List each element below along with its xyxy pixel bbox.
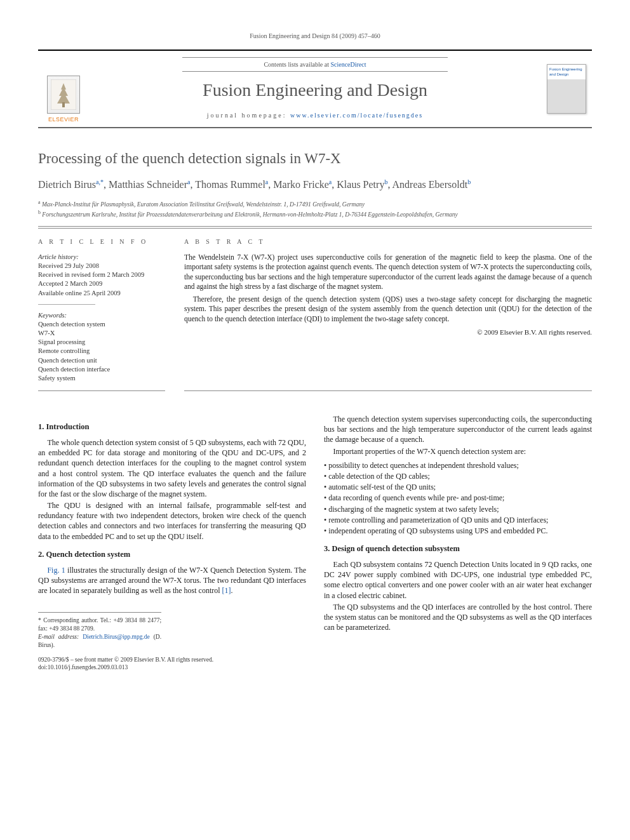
body-paragraph: The QD subsystems and the QD interfaces … bbox=[324, 602, 592, 633]
body-paragraph: The QDU is designed with an internal fai… bbox=[38, 500, 306, 542]
contents-prefix: Contents lists available at bbox=[264, 61, 330, 68]
list-item: remote controlling and parameterization … bbox=[331, 515, 592, 525]
body-paragraph: Each QD subsystem contains 72 Quench Det… bbox=[324, 559, 592, 601]
list-item: data recording of quench events while pr… bbox=[331, 493, 592, 503]
article-info-head: A R T I C L E I N F O bbox=[38, 237, 165, 246]
author-email-link[interactable]: Dietrich.Birus@ipp.mpg.de bbox=[83, 634, 150, 640]
article-history-label: Article history: bbox=[38, 253, 165, 262]
journal-cover-thumb: Fusion Engineering and Design bbox=[547, 64, 586, 114]
affiliation-text: Forschungszentrum Karlsruhe, Institut fü… bbox=[42, 212, 457, 218]
journal-masthead: ELSEVIER Contents lists available at Sci… bbox=[38, 50, 592, 129]
body-text: illustrates the structurally design of t… bbox=[38, 566, 306, 595]
corresponding-author-line: * Corresponding author. Tel.: +49 3834 8… bbox=[38, 617, 161, 633]
divider bbox=[38, 226, 592, 227]
keyword: Quench detection unit bbox=[38, 356, 165, 365]
history-received: Received 29 July 2008 bbox=[38, 262, 165, 270]
body-paragraph: The quench detection system supervises s… bbox=[324, 414, 592, 445]
divider bbox=[38, 304, 95, 305]
journal-title: Fusion Engineering and Design bbox=[94, 78, 536, 102]
section-heading-qds: 2. Quench detection system bbox=[38, 549, 306, 560]
abstract-paragraph: Therefore, the present design of the que… bbox=[184, 295, 592, 324]
history-accepted: Accepted 2 March 2009 bbox=[38, 279, 165, 288]
running-head: Fusion Engineering and Design 84 (2009) … bbox=[38, 32, 592, 41]
keyword: Quench detection system bbox=[38, 320, 165, 329]
figure-reference[interactable]: Fig. 1 bbox=[47, 566, 65, 575]
article-info-column: A R T I C L E I N F O Article history: R… bbox=[38, 237, 165, 391]
journal-homepage-link[interactable]: www.elsevier.com/locate/fusengdes bbox=[290, 112, 423, 119]
list-item: independent operating of QD subsystems u… bbox=[331, 526, 592, 536]
affiliation-a: a Max-Planck-Institut für Plasmaphysik, … bbox=[38, 199, 592, 210]
fine-print: 0920-3796/$ – see front matter © 2009 El… bbox=[38, 656, 306, 672]
abstract-paragraph: The Wendelstein 7-X (W7-X) project uses … bbox=[184, 253, 592, 292]
publisher-name: ELSEVIER bbox=[48, 116, 79, 123]
corresponding-author-footnote: * Corresponding author. Tel.: +49 3834 8… bbox=[38, 612, 161, 649]
keyword: Signal processing bbox=[38, 338, 165, 347]
properties-list: possibility to detect quenches at indepe… bbox=[324, 460, 592, 536]
publisher-logo-block: ELSEVIER bbox=[38, 51, 89, 128]
list-item: possibility to detect quenches at indepe… bbox=[331, 460, 592, 470]
section-heading-subsystem: 3. Design of quench detection subsystem bbox=[324, 543, 592, 554]
history-online: Available online 25 April 2009 bbox=[38, 289, 165, 298]
body-text: . bbox=[231, 586, 233, 595]
email-label: E-mail address: bbox=[38, 634, 83, 640]
keyword: W7-X bbox=[38, 329, 165, 338]
affiliations: a Max-Planck-Institut für Plasmaphysik, … bbox=[38, 199, 592, 220]
keyword: Remote controlling bbox=[38, 347, 165, 356]
svg-rect-1 bbox=[62, 102, 65, 107]
list-item: automatic self-test of the QD units; bbox=[331, 482, 592, 492]
citation-reference[interactable]: [1] bbox=[222, 586, 231, 595]
author-list: Dietrich Birusa,*, Matthias Schneidera, … bbox=[38, 177, 592, 192]
history-revised: Received in revised form 2 March 2009 bbox=[38, 270, 165, 279]
contents-available-line: Contents lists available at ScienceDirec… bbox=[182, 57, 448, 72]
keyword: Safety system bbox=[38, 374, 165, 383]
issn-line: 0920-3796/$ – see front matter © 2009 El… bbox=[38, 656, 306, 664]
body-paragraph: Fig. 1 illustrates the structurally desi… bbox=[38, 565, 306, 596]
doi-line: doi:10.1016/j.fusengdes.2009.03.013 bbox=[38, 663, 306, 672]
article-title: Processing of the quench detection signa… bbox=[38, 149, 592, 168]
affiliation-text: Max-Planck-Institut für Plasmaphysik, Eu… bbox=[42, 201, 365, 208]
list-item: discharging of the magnetic system at tw… bbox=[331, 504, 592, 514]
list-item: cable detection of the QD cables; bbox=[331, 471, 592, 481]
affiliation-b: b Forschungszentrum Karlsruhe, Institut … bbox=[38, 209, 592, 220]
abstract-column: A B S T R A C T The Wendelstein 7-X (W7-… bbox=[184, 237, 592, 391]
journal-cover-block: Fusion Engineering and Design bbox=[541, 51, 592, 128]
sciencedirect-link[interactable]: ScienceDirect bbox=[330, 61, 366, 68]
homepage-prefix: journal homepage: bbox=[207, 112, 290, 119]
abstract-copyright: © 2009 Elsevier B.V. All rights reserved… bbox=[184, 328, 592, 337]
body-paragraph: The whole quench detection system consis… bbox=[38, 437, 306, 499]
article-body: 1. Introduction The whole quench detecti… bbox=[38, 414, 592, 672]
keyword: Quench detection interface bbox=[38, 365, 165, 374]
journal-homepage-line: journal homepage: www.elsevier.com/locat… bbox=[94, 111, 536, 120]
abstract-head: A B S T R A C T bbox=[184, 237, 592, 246]
section-heading-introduction: 1. Introduction bbox=[38, 422, 306, 432]
keywords-label: Keywords: bbox=[38, 311, 165, 320]
elsevier-tree-icon bbox=[47, 76, 80, 114]
body-paragraph: Important properties of the W7-X quench … bbox=[324, 446, 592, 457]
